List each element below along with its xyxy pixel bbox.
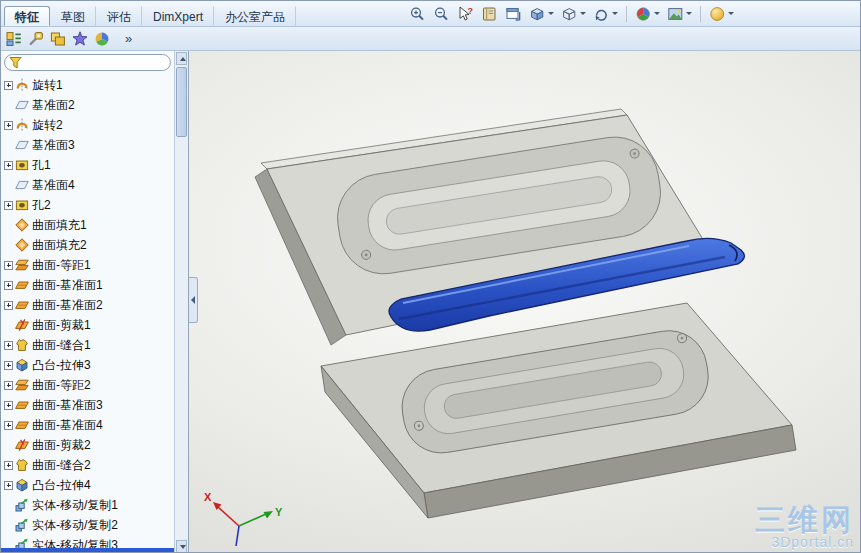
tree-item[interactable]: 凸台-拉伸3 — [4, 355, 174, 375]
toolbar-overflow-button[interactable]: » — [125, 31, 132, 46]
tree-item[interactable]: 旋转2 — [4, 115, 174, 135]
tree-item[interactable]: 实体-移动/复制2 — [4, 515, 174, 535]
tree-item-label: 曲面-剪裁1 — [32, 317, 91, 334]
tree-item[interactable]: 曲面填充1 — [4, 215, 174, 235]
tree-item[interactable]: 曲面-基准面3 — [4, 395, 174, 415]
filter-bar[interactable] — [4, 54, 171, 71]
mold-3d-model — [189, 51, 860, 553]
tree-item[interactable]: 旋转1 — [4, 75, 174, 95]
dropdown-caret-icon[interactable] — [654, 12, 660, 15]
zoom-in-out-button[interactable] — [432, 5, 451, 23]
watermark: 三维网 3Dportal.cn — [755, 504, 854, 550]
selected-row-partial[interactable] — [1, 548, 174, 553]
whats-wrong-button[interactable]: ? — [456, 5, 475, 23]
expand-toggle[interactable] — [4, 281, 13, 290]
edit-appearance-button[interactable] — [634, 5, 661, 23]
toolbar-separator — [700, 6, 701, 22]
feature-tree: 旋转1基准面2旋转2基准面3孔1基准面4孔2曲面填充1曲面填充2曲面-等距1曲面… — [1, 75, 174, 553]
tree-item[interactable]: 曲面-剪裁1 — [4, 315, 174, 335]
tree-item-label: 旋转1 — [32, 77, 63, 94]
expand-toggle[interactable] — [4, 81, 13, 90]
tree-item-label: 曲面-剪裁2 — [32, 437, 91, 454]
tree-item[interactable]: 基准面4 — [4, 175, 174, 195]
expand-toggle[interactable] — [4, 301, 13, 310]
design-binder-button[interactable] — [480, 5, 499, 23]
tree-item[interactable]: 实体-移动/复制1 — [4, 495, 174, 515]
tree-item-label: 孔1 — [32, 157, 51, 174]
graphics-area[interactable]: X Y 三维网 3Dportal.cn — [189, 51, 860, 553]
surface-trim-icon — [15, 438, 29, 452]
hole-icon — [15, 158, 29, 172]
tab-office-products[interactable]: 办公室产品 — [214, 6, 296, 26]
scrollbar-down-button[interactable] — [176, 540, 187, 553]
tree-item[interactable]: 曲面填充2 — [4, 235, 174, 255]
apply-scene-button[interactable] — [666, 5, 693, 23]
surface-knit-icon — [15, 338, 29, 352]
expand-toggle[interactable] — [4, 161, 13, 170]
dropdown-caret-icon[interactable] — [548, 12, 554, 15]
expand-toggle[interactable] — [4, 381, 13, 390]
filter-funnel-icon[interactable] — [9, 56, 22, 69]
expand-toggle[interactable] — [4, 361, 13, 370]
dropdown-caret-icon[interactable] — [612, 12, 618, 15]
dropdown-caret-icon[interactable] — [728, 12, 734, 15]
new-window-button[interactable] — [504, 5, 523, 23]
property-manager-icon[interactable] — [28, 31, 44, 47]
rotate-view-icon — [593, 6, 610, 22]
display-manager-icon[interactable] — [94, 31, 110, 47]
tab-evaluate[interactable]: 评估 — [96, 6, 142, 26]
surface-fill-icon — [15, 238, 29, 252]
tree-scrollbar[interactable] — [174, 51, 188, 553]
expand-toggle[interactable] — [4, 121, 13, 130]
tree-item[interactable]: 曲面-基准面2 — [4, 295, 174, 315]
tree-item-label: 曲面填充1 — [32, 217, 87, 234]
rotate-view-button[interactable] — [592, 5, 619, 23]
dropdown-caret-icon[interactable] — [686, 12, 692, 15]
expand-toggle[interactable] — [4, 201, 13, 210]
plane-icon — [15, 178, 29, 192]
tree-item[interactable]: 曲面-等距2 — [4, 375, 174, 395]
toolbar-separator — [626, 6, 627, 22]
expand-toggle[interactable] — [4, 481, 13, 490]
tree-item[interactable]: 曲面-等距1 — [4, 255, 174, 275]
panel-collapse-handle[interactable] — [189, 277, 198, 323]
zoom-to-area-icon — [409, 6, 426, 22]
tree-item[interactable]: 曲面-基准面4 — [4, 415, 174, 435]
apply-scene-icon — [667, 6, 684, 22]
zoom-to-area-button[interactable] — [408, 5, 427, 23]
scrollbar-thumb[interactable] — [176, 67, 187, 137]
tree-item[interactable]: 曲面-缝合1 — [4, 335, 174, 355]
tab-dimxpert[interactable]: DimXpert — [142, 6, 214, 26]
move-copy-icon — [15, 518, 29, 532]
dropdown-caret-icon[interactable] — [580, 12, 586, 15]
dimxpert-manager-icon[interactable] — [72, 31, 88, 47]
tree-item[interactable]: 基准面2 — [4, 95, 174, 115]
tree-item-label: 曲面-等距1 — [32, 257, 91, 274]
view-orientation-button[interactable] — [528, 5, 555, 23]
display-style-button[interactable] — [560, 5, 587, 23]
tree-item[interactable]: 孔1 — [4, 155, 174, 175]
expand-toggle[interactable] — [4, 421, 13, 430]
expand-toggle[interactable] — [4, 261, 13, 270]
expand-toggle[interactable] — [4, 461, 13, 470]
tree-item[interactable]: 曲面-缝合2 — [4, 455, 174, 475]
configuration-manager-icon[interactable] — [50, 31, 66, 47]
triad-x-label: X — [204, 491, 212, 503]
tree-item[interactable]: 孔2 — [4, 195, 174, 215]
scrollbar-up-button[interactable] — [176, 52, 187, 65]
help-icon — [709, 6, 726, 22]
tab-features[interactable]: 特征 — [4, 6, 50, 26]
display-style-icon — [561, 6, 578, 22]
surface-offset-icon — [15, 258, 29, 272]
tree-item[interactable]: 基准面3 — [4, 135, 174, 155]
plane-icon — [15, 138, 29, 152]
help-button[interactable] — [708, 5, 735, 23]
tab-sketch[interactable]: 草图 — [50, 6, 96, 26]
expand-toggle[interactable] — [4, 401, 13, 410]
tree-item[interactable]: 凸台-拉伸4 — [4, 475, 174, 495]
tree-item-label: 基准面3 — [32, 137, 75, 154]
tree-item[interactable]: 曲面-基准面1 — [4, 275, 174, 295]
expand-toggle[interactable] — [4, 341, 13, 350]
tree-item[interactable]: 曲面-剪裁2 — [4, 435, 174, 455]
feature-manager-icon[interactable] — [6, 31, 22, 47]
